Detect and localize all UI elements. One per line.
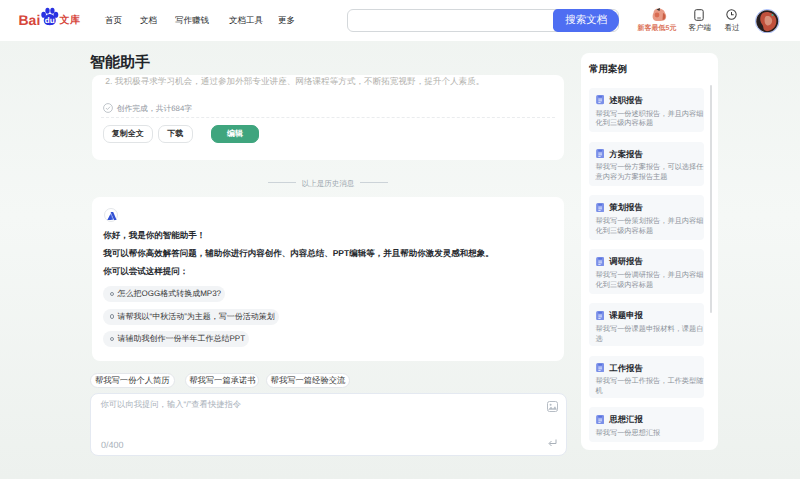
svg-text:du: du xyxy=(45,15,55,24)
